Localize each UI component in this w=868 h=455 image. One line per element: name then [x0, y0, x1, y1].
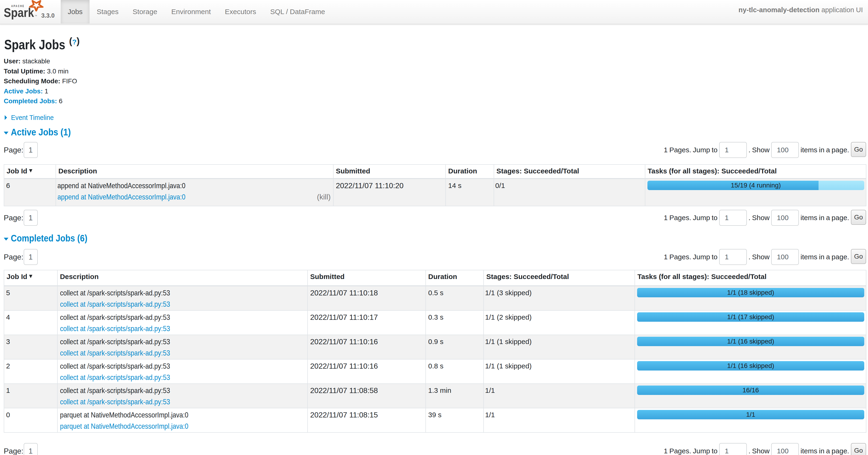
svg-text:Spark: Spark — [4, 5, 34, 20]
svg-text:TM: TM — [35, 15, 37, 17]
